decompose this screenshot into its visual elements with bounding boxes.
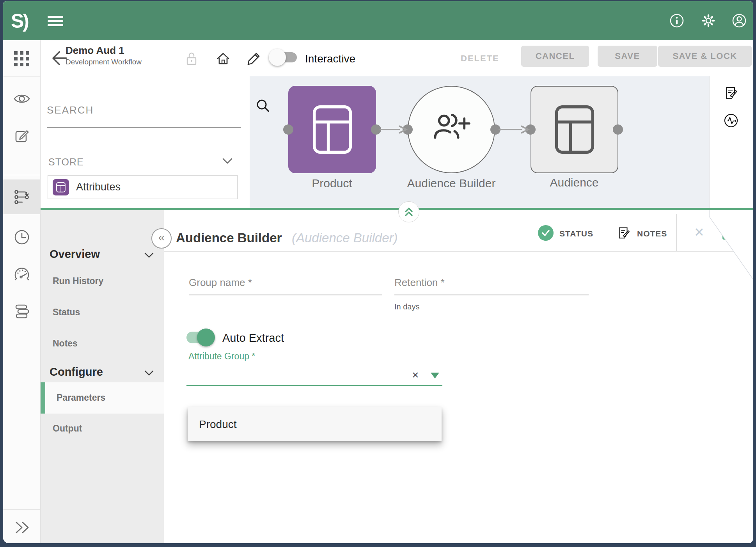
- info-icon[interactable]: [669, 13, 684, 28]
- group-name-underline: [189, 295, 382, 295]
- interactive-toggle[interactable]: [269, 51, 298, 64]
- delete-button[interactable]: DELETE: [461, 53, 499, 64]
- node-label-product: Product: [301, 177, 363, 190]
- icon-rail: [3, 40, 41, 543]
- group-name-field[interactable]: Group name *: [189, 277, 252, 289]
- dropdown-arrow-icon[interactable]: [431, 373, 439, 378]
- detail-title: Audience Builder: [176, 231, 282, 245]
- collapse-subnav-button[interactable]: «: [151, 228, 172, 249]
- clock-icon[interactable]: [13, 228, 31, 246]
- subnav-item-parameters-active[interactable]: Parameters: [41, 382, 164, 414]
- connector-arrow: [380, 125, 409, 134]
- parameters-label: Parameters: [57, 392, 105, 403]
- expand-rail-icon[interactable]: [13, 519, 31, 536]
- retention-field[interactable]: Retention *: [394, 277, 445, 289]
- detail-subnav: Overview Run History Status Notes Config…: [41, 210, 164, 543]
- subnav-item-notes[interactable]: Notes: [53, 338, 78, 349]
- interactive-label: Interactive: [305, 53, 355, 65]
- layers-stack-icon[interactable]: [13, 302, 31, 320]
- node-product[interactable]: [288, 86, 376, 173]
- status-check-icon[interactable]: [538, 225, 554, 241]
- workflow-title-block: Demo Aud 1 Development Workflow: [66, 44, 142, 66]
- port[interactable]: [613, 124, 623, 135]
- chevron-down-icon[interactable]: [144, 370, 154, 376]
- save-button[interactable]: SAVE: [598, 46, 657, 67]
- connector-arrow: [499, 125, 532, 134]
- attributes-label: Attributes: [76, 181, 121, 193]
- node-audience[interactable]: [531, 86, 618, 173]
- home-icon[interactable]: [215, 51, 231, 66]
- subnav-section-overview[interactable]: Overview: [50, 248, 100, 261]
- app-header: S): [3, 1, 753, 40]
- node-label-audience: Audience: [543, 176, 605, 189]
- detail-panel: [164, 210, 753, 543]
- auto-extract-label: Auto Extract: [222, 332, 284, 345]
- notes-doc-icon[interactable]: [617, 226, 631, 240]
- activity-pulse-icon[interactable]: [724, 113, 738, 128]
- subnav-item-status[interactable]: Status: [53, 307, 80, 318]
- notes-label[interactable]: NOTES: [637, 229, 667, 238]
- chevron-down-icon[interactable]: [222, 157, 233, 165]
- status-label[interactable]: STATUS: [559, 229, 593, 238]
- app-logo: S): [11, 10, 28, 32]
- attribute-group-underline: [186, 385, 442, 386]
- notes-doc-icon[interactable]: [724, 85, 738, 100]
- dropdown-option-product[interactable]: Product: [199, 418, 237, 431]
- lock-open-icon: [185, 52, 198, 66]
- canvas-side-tab: [709, 76, 753, 279]
- people-plus-icon: [431, 109, 472, 150]
- port[interactable]: [283, 124, 293, 135]
- palette-panel: STORE Attributes: [41, 76, 250, 208]
- panel-divider: [41, 208, 753, 210]
- workflow-toolbar: Demo Aud 1 Development Workflow Interact…: [41, 40, 753, 76]
- account-icon[interactable]: [732, 13, 747, 28]
- search-input[interactable]: [47, 104, 218, 116]
- store-item-attributes[interactable]: Attributes: [48, 175, 238, 199]
- gear-icon[interactable]: [701, 13, 716, 28]
- hamburger-menu-icon[interactable]: [48, 16, 63, 26]
- app-window: S): [3, 1, 753, 543]
- active-indicator-bar: [41, 382, 45, 414]
- table-icon: [554, 105, 595, 155]
- workflow-subtitle: Development Workflow: [66, 58, 142, 66]
- detail-header-border: [164, 251, 753, 252]
- workflow-title: Demo Aud 1: [66, 44, 142, 57]
- workflow-icon[interactable]: [13, 188, 31, 206]
- clear-selection-icon[interactable]: ×: [412, 368, 419, 382]
- eye-icon[interactable]: [13, 90, 31, 108]
- subnav-section-configure[interactable]: Configure: [50, 366, 103, 378]
- subnav-item-run-history[interactable]: Run History: [53, 276, 103, 286]
- retention-helper: In days: [394, 302, 419, 311]
- attribute-group-dropdown: Product: [188, 407, 442, 441]
- node-audience-builder[interactable]: [408, 86, 495, 173]
- gauge-icon[interactable]: [13, 265, 31, 283]
- workflow-canvas[interactable]: Product Audience Builder Audience: [250, 76, 753, 208]
- store-label: STORE: [48, 156, 84, 168]
- chevron-down-icon[interactable]: [144, 252, 154, 258]
- subnav-item-output[interactable]: Output: [53, 423, 82, 434]
- save-lock-button[interactable]: SAVE & LOCK: [658, 46, 752, 67]
- double-chevron-up-icon: [403, 206, 415, 218]
- detail-title-placeholder: (Audience Builder): [292, 231, 398, 245]
- close-panel-button[interactable]: ×: [694, 223, 704, 242]
- collapse-panel-button[interactable]: [398, 201, 419, 222]
- table-icon: [312, 105, 353, 155]
- compose-icon[interactable]: [13, 127, 31, 145]
- cancel-button[interactable]: CANCEL: [521, 46, 589, 67]
- retention-underline: [394, 295, 589, 295]
- attribute-group-label: Attribute Group *: [188, 351, 255, 362]
- auto-extract-toggle[interactable]: [186, 332, 217, 343]
- header-divider: [676, 214, 677, 251]
- pencil-icon[interactable]: [246, 50, 262, 67]
- search-icon[interactable]: [254, 98, 272, 115]
- apps-grid-icon[interactable]: [13, 50, 30, 67]
- attributes-table-icon: [53, 179, 69, 195]
- node-label-audience-builder: Audience Builder: [393, 176, 510, 191]
